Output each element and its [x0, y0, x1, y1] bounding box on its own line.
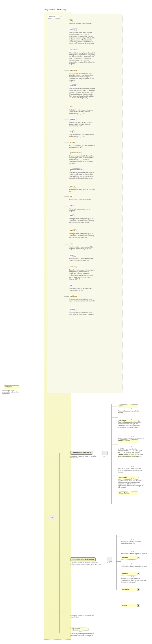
attr-validto[interactable]: validto — [69, 308, 76, 310]
attr-creatoruri[interactable]: creatoruri — [69, 48, 79, 51]
attr-custom-desc: If set to true the corresponding propert… — [69, 88, 96, 99]
cdg-child-hierarchyInfo-desc: Represents the position of a concept in … — [118, 480, 145, 489]
attr-id[interactable]: id — [69, 20, 73, 22]
crg-child-broader-desc: An identifier of a more generic concept. — [121, 553, 148, 555]
attr-how-desc: Indicates by which means the value was e… — [69, 109, 96, 114]
attr-modified[interactable]: modified — [69, 69, 78, 72]
attributes-label: attributes — [49, 16, 56, 17]
conn-attr-custom — [64, 86, 69, 86]
conn-aff-frame — [18, 387, 44, 387]
crg-child-sameAs-card: 0..∞ — [131, 538, 134, 540]
crg-child-narrower-desc: An identifier of a more specific concept… — [121, 565, 148, 567]
attr-creator[interactable]: creator — [69, 28, 77, 31]
conn-attr-qcode — [64, 187, 69, 187]
attr-dir[interactable]: dir — [69, 284, 73, 287]
conn-attr-creator — [64, 30, 69, 30]
cdg-child-name-desc: A natural language name for the concept. — [118, 410, 145, 414]
attr-why-desc: Why the metadata has been included - exp… — [69, 134, 96, 138]
conn-attr-validfrom — [64, 296, 69, 296]
attr-howuri[interactable]: howuri — [69, 118, 76, 120]
diagram-canvas: OrganisationAffiliationType affiliation … — [0, 0, 152, 644]
cdg-child-remoteInfo[interactable]: remoteInfo — [118, 476, 138, 480]
cdg-child-hierarchyInfo[interactable]: hierarchyInfo — [118, 492, 138, 495]
affiliation-label: affiliation — [5, 386, 12, 388]
any-desc: Extension point for provider-defined pro… — [71, 633, 97, 636]
attr-tree-trunk — [64, 16, 64, 388]
conn-cdg-hierarchyInfo — [111, 476, 118, 476]
affiliation-element[interactable]: affiliation — [4, 386, 19, 389]
cdg-child-hierarchyInfo-card: 0..∞ — [131, 477, 134, 479]
attr-uri-desc: A URI which identifies a concept. — [69, 198, 96, 200]
conn-crg-broader — [116, 549, 121, 549]
main-sequence[interactable] — [49, 515, 55, 520]
attributes-label-box[interactable]: attributes — [48, 15, 60, 18]
attr-validfrom[interactable]: validfrom — [69, 295, 78, 297]
attr-whyuri-desc: Why the metadata has been included - exp… — [69, 144, 96, 148]
attr-why[interactable]: why — [69, 130, 75, 133]
any-card: 0..∞ — [79, 631, 81, 632]
attr-pubconstraint[interactable]: pubconstraint — [69, 152, 82, 154]
attr-whyuri[interactable]: whyuri — [69, 141, 76, 144]
crg-sequence[interactable] — [107, 557, 112, 562]
attr-custom[interactable]: custom — [69, 84, 77, 87]
attr-how[interactable]: how — [69, 106, 75, 108]
crg-card: 0..∞ — [107, 562, 110, 563]
attr-id-desc: The local identifier of the property. — [69, 23, 96, 25]
attr-roleuri[interactable]: roleuri — [69, 254, 76, 256]
crg-child-sameAs-desc: An identifier of a concept with equivale… — [121, 540, 148, 544]
conn-cdg-seq — [97, 452, 102, 453]
cdg-child-definition-card: 0..∞ — [131, 419, 134, 420]
attr-literal[interactable]: literal — [69, 205, 76, 207]
org-desc: A group of properties specific to an org… — [71, 614, 97, 618]
attr-modified-desc: The date (and, optionally, the time) whe… — [69, 72, 96, 82]
crg-child-related[interactable]: related — [121, 604, 138, 607]
attr-type-desc: The type of the concept assigned as a co… — [69, 218, 96, 223]
conn-cdg-name — [111, 406, 118, 406]
crg-child-related-card: 0..∞ — [131, 576, 134, 577]
conn-attr-xml:lang — [64, 267, 69, 268]
cdg-sequence[interactable] — [102, 450, 107, 455]
crg-child-sameAs[interactable]: sameAs — [121, 556, 138, 560]
conn-attr-whyuri — [64, 142, 69, 143]
attr-pubconstrainturi[interactable]: pubconstrainturi — [69, 168, 84, 171]
conn-attr-type — [64, 216, 69, 216]
conn-cdg — [60, 452, 71, 453]
conn-cdg-facet — [111, 444, 118, 444]
attr-role-desc: A refinement of the semantics of the pro… — [69, 246, 96, 250]
attr-literal-desc: A free-text value assigned as a property… — [69, 208, 96, 212]
conn-attr-validto — [64, 310, 69, 310]
cdg-card: 0..∞ — [103, 455, 105, 457]
conn-attr-why — [64, 132, 69, 132]
crg-child-broader[interactable]: broader — [121, 572, 138, 576]
attr-xml:lang[interactable]: xml:lang — [69, 266, 78, 268]
crg-child-narrower[interactable]: narrower — [121, 588, 138, 592]
conn-attr-uri — [64, 196, 69, 197]
cdg-child-name[interactable]: name — [118, 404, 138, 408]
attr-uri[interactable]: uri — [69, 195, 73, 197]
conn-attr-howuri — [64, 120, 69, 120]
attr-type[interactable]: type — [69, 214, 75, 217]
cdg-child-note-card: 0..∞ — [131, 436, 134, 437]
cdg-child-name-card: 0..∞ — [131, 408, 134, 410]
attr-qcode[interactable]: qcode — [69, 185, 76, 188]
cdg-child-remoteInfo-desc: A link to an item or a web resource whic… — [118, 468, 145, 473]
conn-any — [60, 629, 71, 629]
conn-cdg-note — [111, 434, 118, 434]
conn-cdg-definition — [111, 417, 118, 418]
any-other[interactable]: any ##other — [71, 627, 88, 631]
concept-definition-group[interactable]: ConceptDefinitionGroup — [71, 451, 92, 454]
main-seq-trunk — [60, 452, 60, 633]
conn-attr-role — [64, 244, 69, 244]
conn-org — [60, 612, 71, 612]
attr-role[interactable]: role — [69, 243, 74, 245]
attr-roleuri-desc: A refinement of the semantics of the pro… — [69, 258, 96, 261]
cdg-child-facet-card: 0..∞ — [131, 446, 134, 448]
concept-relationships-group[interactable]: ConceptRelationshipsGroup — [71, 557, 96, 561]
affiliation-desc: An affiliation of the organisation with … — [2, 390, 22, 395]
attr-howuri-desc: Indicates by which means the value was e… — [69, 122, 96, 127]
conn-attr-typeuri — [64, 231, 69, 231]
crg-child-related-desc: A related concept, where the relationshi… — [121, 578, 148, 583]
cdg-child-facet-desc: In NAR 1.8 and later, facet is deprecate… — [118, 448, 145, 457]
attr-typeuri[interactable]: typeuri — [69, 230, 76, 232]
conn-attr-how — [64, 107, 69, 108]
